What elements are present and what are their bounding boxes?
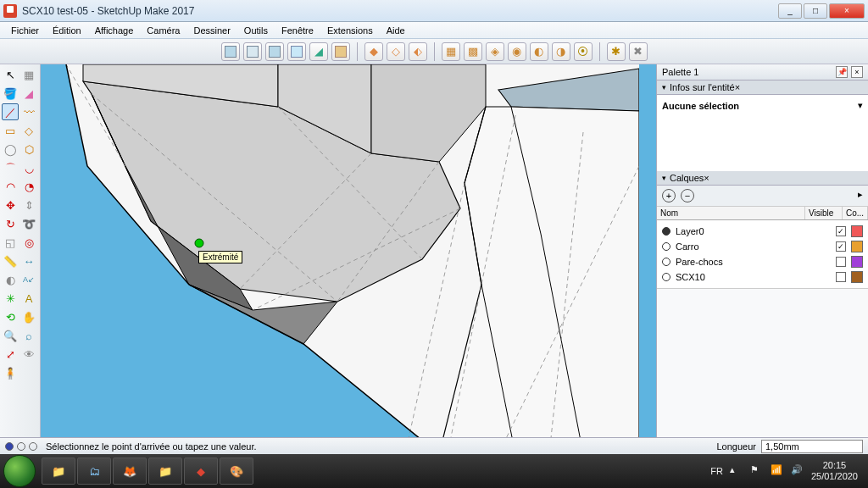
layers-menu-button[interactable]: ▸ [858, 189, 863, 202]
sandbox-tool-5[interactable]: ◐ [530, 42, 548, 61]
scale-tool[interactable]: ◱ [2, 234, 19, 251]
rotate-tool[interactable]: ↻ [2, 215, 19, 232]
sandbox-tool-1[interactable]: ▦ [442, 42, 460, 61]
taskbar-sketchup[interactable]: ◆ [184, 458, 218, 485]
paint-bucket-tool[interactable]: 🪣 [2, 85, 19, 102]
style-button-1[interactable] [221, 42, 240, 61]
plugin-tool-1[interactable]: ✱ [607, 42, 626, 61]
menu-camera[interactable]: Caméra [141, 24, 186, 37]
sandbox-tool-7[interactable]: ⦿ [574, 42, 593, 61]
3dtext-tool[interactable]: A [20, 290, 37, 307]
layer-row[interactable]: Pare-chocs [662, 254, 863, 269]
zoom-extents-tool[interactable]: ⤢ [2, 346, 19, 363]
style-button-6[interactable] [331, 42, 350, 61]
style-button-4[interactable] [287, 42, 306, 61]
entity-menu-icon[interactable]: ▾ [858, 100, 863, 111]
window-minimize-button[interactable]: _ [778, 3, 802, 19]
col-visible[interactable]: Visible [805, 207, 843, 219]
text-tool[interactable]: A↙ [20, 271, 37, 288]
menu-edition[interactable]: Édition [47, 24, 87, 37]
offset-tool[interactable]: ◎ [20, 234, 37, 251]
layer-visible-checkbox[interactable]: ✓ [836, 226, 846, 236]
circle-tool[interactable]: ◯ [2, 141, 19, 158]
menu-fichier[interactable]: Fichier [5, 24, 45, 37]
window-maximize-button[interactable]: □ [804, 3, 827, 19]
eraser-tool[interactable]: ◢ [20, 85, 37, 102]
pie-tool[interactable]: ◔ [20, 178, 37, 195]
entity-info-header[interactable]: ▾ Infos sur l'entité × [657, 80, 868, 95]
style-button-2[interactable] [243, 42, 262, 61]
person-tool[interactable]: 🧍 [2, 364, 19, 381]
palette-pin-icon[interactable]: 📌 [836, 66, 848, 78]
layer-active-radio[interactable] [662, 258, 670, 266]
layer-row[interactable]: Carro✓ [662, 239, 863, 254]
measurement-input[interactable]: 1,50mm [761, 440, 863, 453]
add-layer-button[interactable]: + [662, 189, 676, 202]
sandbox-tool-6[interactable]: ◑ [552, 42, 570, 61]
start-button[interactable] [3, 455, 36, 487]
tray-flag-icon[interactable]: ⚑ [750, 464, 764, 478]
menu-fenetre[interactable]: Fenêtre [275, 24, 320, 37]
layer-visible-checkbox[interactable] [836, 272, 846, 282]
layer-color-swatch[interactable] [851, 241, 863, 252]
layer-color-swatch[interactable] [851, 271, 863, 283]
col-color[interactable]: Co... [843, 207, 868, 219]
layer-active-radio[interactable] [662, 273, 670, 281]
orbit-tool[interactable]: ⟲ [2, 308, 19, 325]
layers-header[interactable]: ▾ Calques × [657, 171, 868, 186]
dimension-tool[interactable]: ↔ [20, 252, 37, 269]
zoom-tool[interactable]: 🔍 [2, 327, 19, 344]
layers-close-icon[interactable]: × [704, 173, 709, 183]
tray-clock[interactable]: 20:15 25/01/2020 [811, 460, 858, 482]
line-tool[interactable]: ／ [2, 103, 19, 120]
tray-overflow-icon[interactable]: ▴ [730, 464, 743, 478]
credits-indicator-icon[interactable] [17, 442, 25, 451]
tape-tool[interactable]: 📏 [2, 252, 19, 269]
move-tool[interactable]: ✥ [2, 197, 19, 214]
taskbar-explorer[interactable]: 📁 [42, 458, 75, 485]
rectangle-tool[interactable]: ▭ [2, 122, 19, 139]
plugin-tool-2[interactable]: ✖ [629, 42, 648, 61]
tray-network-icon[interactable]: 📶 [771, 464, 784, 478]
solid-tool-2[interactable]: ◇ [387, 42, 405, 61]
col-name[interactable]: Nom [657, 207, 805, 219]
polygon-tool[interactable]: ⬡ [20, 141, 37, 158]
zoom-window-tool[interactable]: ⌕ [20, 327, 37, 344]
entity-close-icon[interactable]: × [735, 82, 740, 92]
window-close-button[interactable]: × [829, 3, 865, 19]
layer-visible-checkbox[interactable] [836, 257, 846, 267]
taskbar-libraries[interactable]: 🗂 [77, 458, 111, 485]
palette-header[interactable]: Palette 1 📌 × [657, 64, 868, 80]
axes-tool[interactable]: ✳ [2, 290, 19, 307]
style-button-5[interactable]: ◢ [309, 42, 328, 61]
layer-color-swatch[interactable] [851, 256, 863, 268]
sandbox-tool-4[interactable]: ◉ [508, 42, 526, 61]
pan-tool[interactable]: ✋ [20, 308, 37, 325]
taskbar-paint[interactable]: 🎨 [220, 458, 253, 485]
menu-outils[interactable]: Outils [238, 24, 274, 37]
followme-tool[interactable]: ➰ [20, 215, 37, 232]
layer-active-radio[interactable] [662, 242, 670, 251]
layer-active-radio[interactable] [662, 227, 670, 236]
arc-tool[interactable]: ⌒ [2, 159, 19, 176]
protractor-tool[interactable]: ◐ [2, 271, 19, 288]
solid-tool-1[interactable]: ◆ [364, 42, 383, 61]
sandbox-tool-3[interactable]: ◈ [486, 42, 504, 61]
layer-row[interactable]: Layer0✓ [662, 224, 863, 239]
geolocation-indicator-icon[interactable] [5, 442, 14, 451]
layer-color-swatch[interactable] [851, 225, 863, 237]
signin-indicator-icon[interactable] [29, 442, 37, 451]
layer-visible-checkbox[interactable]: ✓ [836, 241, 846, 252]
select-tool[interactable]: ↖ [2, 66, 19, 83]
tray-volume-icon[interactable]: 🔊 [791, 464, 804, 478]
sandbox-tool-2[interactable]: ▩ [464, 42, 482, 61]
hide-tool[interactable]: 👁 [20, 346, 37, 363]
make-component-tool[interactable]: ▦ [20, 66, 37, 83]
menu-affichage[interactable]: Affichage [89, 24, 140, 37]
rotated-rect-tool[interactable]: ◇ [20, 122, 37, 139]
layer-row[interactable]: SCX10 [662, 269, 863, 285]
solid-tool-3[interactable]: ⬖ [409, 42, 427, 61]
style-button-3[interactable] [265, 42, 284, 61]
menu-dessiner[interactable]: Dessiner [187, 24, 236, 37]
taskbar-firefox[interactable]: 🦊 [113, 458, 147, 485]
